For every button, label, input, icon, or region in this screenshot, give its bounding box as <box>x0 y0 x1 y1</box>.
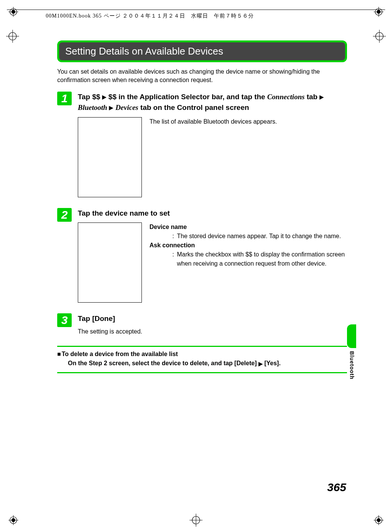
registration-mark-top-left <box>8 7 18 17</box>
device-name-description: The stored device names appear. Tap it t… <box>177 232 347 241</box>
step-1-text-fragment: $$ in the Application Selector bar, and … <box>106 93 267 101</box>
step-number-1: 1 <box>57 92 72 105</box>
step-number-3: 3 <box>57 313 72 327</box>
registration-mark-bottom-right <box>374 515 384 525</box>
arrow-icon: ▶ <box>320 94 324 100</box>
ask-connection-description: Marks the checkbox with $$ to display th… <box>177 250 347 268</box>
step-3-title: Tap [Done] <box>78 313 347 324</box>
connections-tab-label: Connections <box>267 93 305 101</box>
step-1-text-fragment: Tap $$ <box>78 93 102 101</box>
arrow-icon: ▶ <box>109 105 113 111</box>
registration-mark-top-right <box>374 7 384 17</box>
step-3-subtext: The setting is accepted. <box>78 328 347 335</box>
bluetooth-label: Bluetooth <box>78 103 107 111</box>
registration-mark-bottom-center <box>190 514 202 527</box>
step-3: 3 Tap [Done] The setting is accepted. <box>57 313 347 335</box>
intro-paragraph: You can set details on available devices… <box>57 68 347 85</box>
screenshot-placeholder <box>78 222 142 303</box>
device-name-label: Device name <box>149 222 347 232</box>
arrow-icon: ▶ <box>259 361 263 367</box>
step-1-text-fragment: tab on the Control panel screen <box>138 103 249 111</box>
step-number-2: 2 <box>57 208 72 222</box>
side-section-label: Bluetooth <box>349 351 355 379</box>
step-2-detail: Device name : The stored device names ap… <box>149 222 347 303</box>
step-1: 1 Tap $$ ▶ $$ in the Application Selecto… <box>57 92 347 205</box>
ask-connection-label: Ask connection <box>149 241 347 250</box>
colon: : <box>172 250 177 268</box>
devices-tab-label: Devices <box>116 103 138 111</box>
registration-mark-right <box>373 30 386 43</box>
note-body: On the Step 2 screen, select the device … <box>68 360 347 367</box>
crop-header-line <box>7 10 385 10</box>
arrow-icon: ▶ <box>102 94 106 100</box>
section-header: Setting Details on Available Devices <box>57 40 347 62</box>
note-box: To delete a device from the available li… <box>57 346 347 373</box>
step-2: 2 Tap the device name to set Device name… <box>57 208 347 311</box>
step-2-title: Tap the device name to set <box>78 208 347 219</box>
page-content: Setting Details on Available Devices You… <box>57 40 347 373</box>
registration-mark-bottom-left <box>8 515 18 525</box>
side-tab <box>347 324 356 348</box>
section-title: Setting Details on Available Devices <box>59 42 345 60</box>
page-number: 365 <box>327 481 346 494</box>
note-title: To delete a device from the available li… <box>57 351 347 358</box>
step-1-text-fragment: tab <box>305 93 320 101</box>
step-1-detail: The list of available Bluetooth devices … <box>149 117 347 197</box>
step-1-title: Tap $$ ▶ $$ in the Application Selector … <box>78 92 347 113</box>
note-body-fragment: [Yes]. <box>263 360 281 366</box>
screenshot-placeholder <box>78 117 142 197</box>
registration-mark-left <box>6 30 19 43</box>
document-meta-header: 00M1000EN.book 365 ページ ２００４年１１月２４日 水曜日 午… <box>46 13 254 19</box>
note-body-fragment: On the Step 2 screen, select the device … <box>68 360 259 366</box>
colon: : <box>172 232 177 241</box>
